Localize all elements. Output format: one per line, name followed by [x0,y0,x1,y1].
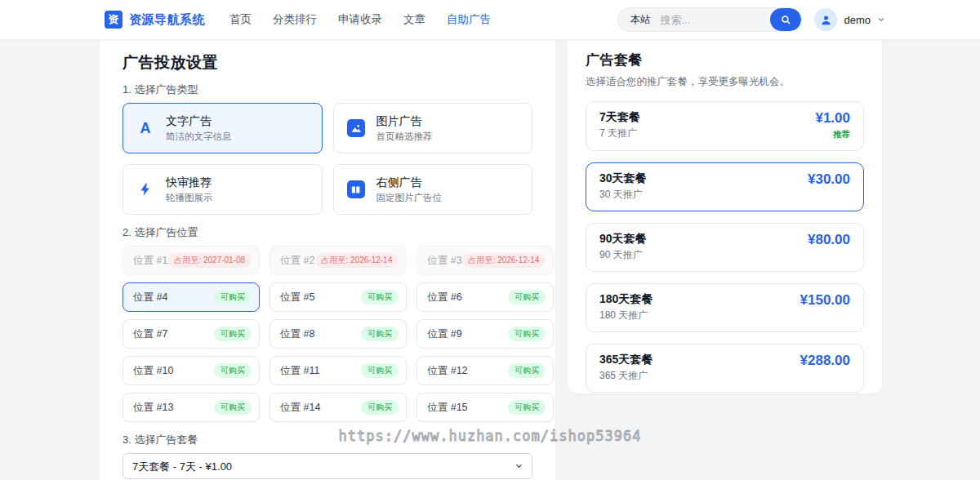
position-label: 位置 #8 [280,327,314,341]
position-label: 位置 #14 [280,401,320,415]
lightning-icon [138,182,153,197]
package-price: ¥30.00 [808,171,850,188]
position-label: 位置 #13 [133,401,173,415]
package-card[interactable]: 365天套餐 365 天推广 ¥288.00 [586,344,864,393]
position-label: 位置 #4 [133,291,167,304]
step1-label: 1. 选择广告类型 [122,83,532,96]
search-button[interactable] [770,8,801,31]
package-desc: 90 天推广 [599,249,647,261]
package-desc: 7 天推广 [599,127,640,140]
nav-item[interactable]: 文章 [403,12,425,27]
search-icon [780,14,791,25]
position-card[interactable]: 位置 #5 可购买 [270,282,407,312]
nav-item[interactable]: 分类排行 [273,12,317,27]
package-desc: 365 天推广 [599,370,653,382]
position-card[interactable]: 位置 #13 可购买 [122,393,260,422]
position-status-badge: 可购买 [361,290,399,304]
package-price: ¥288.00 [800,353,850,369]
position-card[interactable]: 位置 #10 可购买 [122,356,260,385]
packages-subtitle: 选择适合您的推广套餐，享受更多曝光机会。 [586,75,864,88]
package-desc: 180 天推广 [599,309,653,322]
ad-type-subtitle: 固定图片广告位 [376,192,443,203]
recommended-badge: 推荐 [815,129,850,140]
position-status-badge: 可购买 [214,290,252,304]
position-status-badge: 可购买 [214,400,252,415]
position-card[interactable]: 位置 #15 可购买 [416,393,554,422]
ad-type-subtitle: 轮播图展示 [166,192,213,203]
position-label: 位置 #12 [427,364,467,378]
position-label: 位置 #2 [280,254,314,268]
position-card[interactable]: 位置 #8 可购买 [270,319,407,349]
nav-item[interactable]: 自助广告 [447,12,491,27]
position-card[interactable]: 位置 #11 可购买 [270,356,407,385]
position-card[interactable]: 位置 #1 占用至: 2027-01-08 [122,246,260,275]
columns-icon [347,180,365,198]
position-card[interactable]: 位置 #7 可购买 [122,319,260,349]
package-price: ¥150.00 [800,292,850,309]
position-card[interactable]: 位置 #4 可购买 [122,282,260,312]
user-menu[interactable]: demo [814,8,885,31]
chevron-down-icon [877,16,885,24]
position-grid: 位置 #1 占用至: 2027-01-08 位置 #2 占用至: 2026-12… [122,246,532,422]
ad-type-subtitle: 简洁的文字信息 [166,131,232,142]
position-status-badge: 可购买 [508,400,546,415]
main-nav: 首页 分类排行 申请收录 文章 自助广告 [229,12,491,27]
ad-type-card[interactable]: 图片广告 首页精选推荐 [333,103,533,153]
page: 资 资源导航系统 首页 分类排行 申请收录 文章 自助广告 本站 [0,0,980,480]
position-card[interactable]: 位置 #2 占用至: 2026-12-14 [270,246,407,275]
position-label: 位置 #10 [133,364,173,378]
position-status-badge: 占用至: 2027-01-08 [167,253,252,268]
position-status-badge: 可购买 [214,327,252,341]
package-card[interactable]: 7天套餐 7 天推广 ¥1.00 推荐 [586,101,864,151]
ad-type-subtitle: 首页精选推荐 [376,131,433,142]
position-status-badge: 可购买 [361,400,399,415]
package-card[interactable]: 90天套餐 90 天推广 ¥80.00 [586,223,864,272]
search-input[interactable] [660,14,750,26]
position-label: 位置 #11 [280,364,319,378]
position-label: 位置 #9 [427,327,461,341]
nav-item[interactable]: 首页 [229,12,252,27]
nav-item[interactable]: 申请收录 [338,12,382,27]
top-navbar: 资 资源导航系统 首页 分类排行 申请收录 文章 自助广告 本站 [0,0,980,40]
ad-type-title: 文字广告 [166,114,232,128]
ad-type-card[interactable]: 快审推荐 轮播图展示 [122,164,323,215]
position-status-badge: 占用至: 2026-12-14 [462,253,546,268]
ad-type-grid: A 文字广告 简洁的文字信息 [122,103,532,215]
search-bar: 本站 [617,7,802,32]
ad-type-title: 快审推荐 [166,176,213,189]
package-name: 180天套餐 [599,292,653,306]
position-card[interactable]: 位置 #3 占用至: 2026-12-14 [416,246,554,275]
position-label: 位置 #7 [133,327,167,341]
position-label: 位置 #1 [133,254,167,268]
search-scope-select[interactable]: 本站 [630,13,650,27]
ad-type-card[interactable]: A 文字广告 简洁的文字信息 [122,103,323,153]
package-name: 90天套餐 [599,232,647,246]
position-card[interactable]: 位置 #6 可购买 [416,282,554,312]
package-list: 7天套餐 7 天推广 ¥1.00 推荐 30天套餐 30 天推广 ¥30. [586,101,864,393]
package-desc: 30 天推广 [599,189,647,201]
ad-type-title: 右侧广告 [376,176,443,189]
package-card[interactable]: 180天套餐 180 天推广 ¥150.00 [586,283,864,332]
position-card[interactable]: 位置 #14 可购买 [270,393,407,422]
package-select[interactable]: 7天套餐 - 7天 - ¥1.00 [122,453,532,479]
position-status-badge: 可购买 [214,363,252,378]
position-label: 位置 #6 [427,291,461,304]
position-status-badge: 可购买 [361,363,399,378]
package-card[interactable]: 30天套餐 30 天推广 ¥30.00 [586,162,864,211]
position-status-badge: 可购买 [508,363,546,378]
package-name: 365天套餐 [599,353,653,367]
package-name: 7天套餐 [599,110,640,124]
ad-settings-panel: 广告投放设置 1. 选择广告类型 A 文字广告 简洁的文字信息 [100,40,555,480]
ad-type-card[interactable]: 右侧广告 固定图片广告位 [333,164,533,215]
position-status-badge: 可购买 [508,327,546,341]
step2-label: 2. 选择广告位置 [122,226,532,239]
brand-title: 资源导航系统 [129,12,205,28]
position-label: 位置 #5 [280,291,314,304]
position-card[interactable]: 位置 #9 可购买 [416,319,554,349]
ad-type-title: 图片广告 [376,114,433,128]
position-card[interactable]: 位置 #12 可购买 [416,356,554,385]
brand-logo-icon: 资 [105,11,122,29]
image-icon [347,119,365,137]
packages-panel: 广告套餐 选择适合您的推广套餐，享受更多曝光机会。 7天套餐 7 天推广 ¥1.… [568,40,882,393]
packages-title: 广告套餐 [586,51,864,69]
